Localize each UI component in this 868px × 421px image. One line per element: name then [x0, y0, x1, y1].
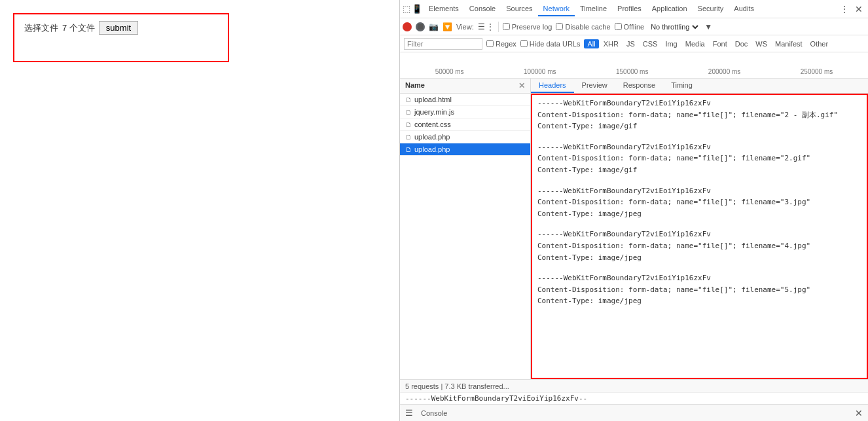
preserve-log-label: Preserve log: [512, 23, 552, 31]
boundary-block-3: ------WebKitFormBoundaryT2viEoiYip16zxFv…: [537, 185, 861, 220]
list-view-icon[interactable]: ☰: [478, 22, 485, 31]
devtools-panel: ⬚ 📱 Elements Console Sources Network Tim…: [399, 0, 868, 421]
more-options-icon[interactable]: ⋮: [838, 3, 851, 16]
tab-audits[interactable]: Audits: [729, 2, 759, 16]
marker-100k: 100000 ms: [524, 68, 556, 75]
cursor-icon[interactable]: ⬚: [403, 4, 410, 14]
filter-types: All XHR JS CSS Img Media Font Doc WS Man…: [584, 39, 831, 48]
close-devtools-icon[interactable]: ✕: [852, 3, 865, 16]
headers-tab-response[interactable]: Response: [615, 79, 664, 93]
close-list-icon[interactable]: ✕: [518, 81, 525, 90]
file-item-content-css[interactable]: 🗋 content.css: [400, 119, 530, 131]
marker-200k: 200000 ms: [708, 68, 740, 75]
timeline-bar: 50000 ms 100000 ms 150000 ms 200000 ms 2…: [400, 52, 868, 79]
hide-data-urls-checkbox[interactable]: Hide data URLs: [520, 40, 581, 48]
hide-data-urls-input[interactable]: [520, 40, 528, 47]
submit-button[interactable]: submit: [99, 21, 138, 35]
file-item-upload-php-1[interactable]: 🗋 upload.php: [400, 131, 530, 143]
name-col-header: Name: [405, 81, 425, 89]
tab-profiles[interactable]: Profiles: [612, 2, 647, 16]
marker-50k: 50000 ms: [435, 68, 464, 75]
disable-cache-input[interactable]: [556, 23, 563, 30]
content-type: Content-Type: image/gif: [537, 120, 861, 132]
headers-content[interactable]: ------WebKitFormBoundaryT2viEoiYip16zxFv…: [531, 94, 868, 379]
file-item-jquery[interactable]: 🗋 jquery.min.js: [400, 106, 530, 119]
content-type: Content-Type: image/jpeg: [537, 295, 861, 307]
headers-panel: Headers Preview Response Timing ------We…: [531, 79, 868, 379]
boundary-block-2: ------WebKitFormBoundaryT2viEoiYip16zxFv…: [537, 141, 861, 176]
file-count: 7 个文件: [62, 22, 95, 34]
headers-tab-headers[interactable]: Headers: [531, 79, 574, 93]
filter-manifest[interactable]: Manifest: [772, 39, 806, 48]
tab-network[interactable]: Network: [538, 2, 575, 16]
filter-icon[interactable]: 🔽: [443, 22, 452, 31]
tab-timeline[interactable]: Timeline: [575, 2, 612, 16]
filter-ws[interactable]: WS: [752, 39, 770, 48]
content-disposition: Content-Disposition: form-data; name="fi…: [537, 240, 861, 252]
content-disposition: Content-Disposition: form-data; name="fi…: [537, 284, 861, 296]
status-bar: 5 requests | 7.3 KB transferred...: [400, 379, 868, 392]
tab-elements[interactable]: Elements: [424, 2, 464, 16]
preserve-log-checkbox[interactable]: Preserve log: [503, 23, 552, 31]
filter-input[interactable]: [404, 38, 482, 50]
boundary-line: ------WebKitFormBoundaryT2viEoiYip16zxFv: [537, 229, 861, 240]
file-item-label: content.css: [414, 120, 451, 128]
filter-font[interactable]: Font: [710, 39, 731, 48]
timeline-markers: 50000 ms 100000 ms 150000 ms 200000 ms 2…: [400, 68, 868, 78]
offline-input[interactable]: [615, 23, 622, 30]
headers-tab-timing[interactable]: Timing: [663, 79, 700, 93]
filter-all[interactable]: All: [584, 39, 598, 48]
filter-bar: Regex Hide data URLs All XHR JS CSS Img …: [400, 35, 868, 52]
footer-boundary: ------WebKitFormBoundaryT2viEoiYip16zxFv…: [400, 392, 868, 404]
boundary-block-5: ------WebKitFormBoundaryT2viEoiYip16zxFv…: [537, 272, 861, 307]
file-list: Name ✕ 🗋 upload.html 🗋 jquery.min.js 🗋 c…: [400, 79, 531, 379]
separator: [498, 22, 499, 32]
offline-label: Offline: [624, 23, 645, 31]
svg-rect-0: [418, 24, 423, 29]
disable-cache-checkbox[interactable]: Disable cache: [556, 23, 610, 31]
headers-tab-preview[interactable]: Preview: [574, 79, 615, 93]
filter-css[interactable]: CSS: [640, 39, 661, 48]
filter-media[interactable]: Media: [682, 39, 708, 48]
view-label: View:: [456, 23, 474, 31]
stop-icon: [418, 24, 423, 29]
filter-js[interactable]: JS: [623, 39, 638, 48]
boundary-block-1: ------WebKitFormBoundaryT2viEoiYip16zxFv…: [537, 98, 861, 132]
bottom-close-icon[interactable]: ✕: [855, 408, 863, 418]
boundary-block-4: ------WebKitFormBoundaryT2viEoiYip16zxFv…: [537, 229, 861, 263]
filter-img[interactable]: Img: [662, 39, 680, 48]
device-icon[interactable]: 📱: [412, 4, 422, 14]
tab-application[interactable]: Application: [647, 2, 693, 16]
tab-security[interactable]: Security: [693, 2, 729, 16]
tree-view-icon[interactable]: ⋮: [486, 22, 494, 31]
tab-console[interactable]: Console: [464, 2, 501, 16]
file-item-label: upload.php: [414, 133, 450, 141]
offline-checkbox[interactable]: Offline: [615, 23, 645, 31]
devtools-window-controls: ⋮ ✕: [838, 3, 865, 16]
file-item-upload-html[interactable]: 🗋 upload.html: [400, 94, 530, 106]
content-type: Content-Type: image/gif: [537, 164, 861, 176]
file-item-label: upload.html: [414, 96, 452, 103]
file-icon-selected: 🗋: [405, 146, 412, 153]
tab-sources[interactable]: Sources: [501, 2, 537, 16]
bottom-console-bar: ☰ Console ✕: [400, 404, 868, 421]
throttle-select[interactable]: No throttling GPRS Regular 2G Good 3G Re…: [648, 22, 700, 31]
content-type: Content-Type: image/jpeg: [537, 208, 861, 220]
boundary-line: ------WebKitFormBoundaryT2viEoiYip16zxFv: [537, 272, 861, 284]
filter-xhr[interactable]: XHR: [600, 39, 622, 48]
camera-icon[interactable]: 📷: [429, 22, 439, 31]
network-settings-icon[interactable]: ▼: [704, 22, 712, 31]
disable-cache-label: Disable cache: [565, 23, 610, 31]
preserve-log-input[interactable]: [503, 23, 510, 30]
filter-doc[interactable]: Doc: [732, 39, 751, 48]
file-item-upload-php-2[interactable]: 🗋 upload.php: [400, 143, 530, 156]
regex-checkbox[interactable]: Regex: [486, 40, 516, 48]
console-tab-button[interactable]: Console: [417, 408, 451, 418]
filter-other[interactable]: Other: [807, 39, 832, 48]
stop-button[interactable]: [416, 22, 425, 31]
regex-input[interactable]: [486, 40, 494, 47]
hamburger-icon[interactable]: ☰: [405, 408, 413, 418]
record-button[interactable]: [403, 22, 412, 31]
content-disposition: Content-Disposition: form-data; name="fi…: [537, 109, 861, 121]
file-item-label-selected: upload.php: [414, 145, 450, 153]
